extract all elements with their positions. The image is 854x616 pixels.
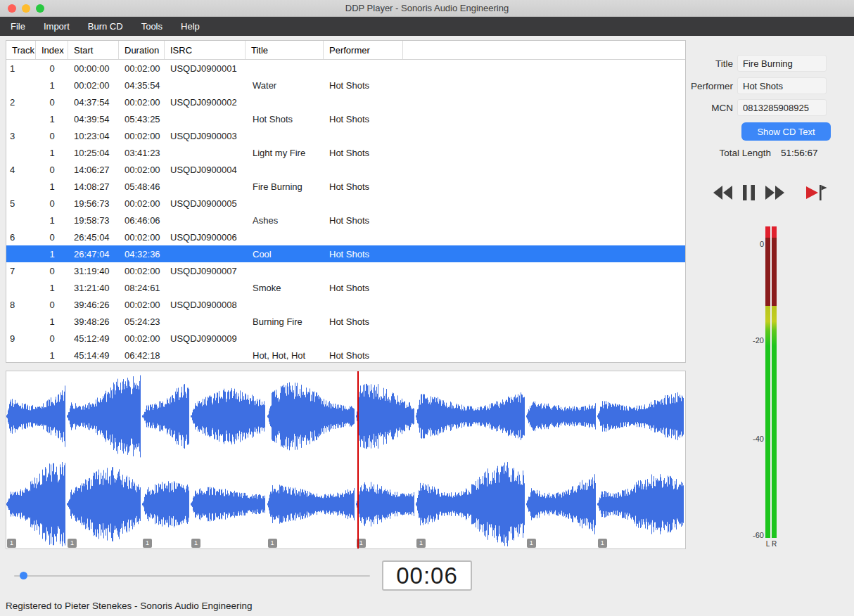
total-length-row: Total Length 51:56:67 [703, 148, 837, 158]
cell-isrc [165, 347, 246, 363]
waveform-panel[interactable]: 111111111 [6, 371, 686, 549]
table-row[interactable]: 6026:45:0400:02:00USQDJ0900006 [6, 229, 685, 245]
column-header-index[interactable]: Index [36, 41, 68, 59]
table-row[interactable]: 110:25:0403:41:23Light my FireHot Shots [6, 144, 685, 161]
menu-tools[interactable]: Tools [132, 17, 172, 36]
meter-right-label: R [772, 540, 777, 548]
waveform-segment[interactable] [416, 372, 525, 548]
cell-track: 1 [6, 60, 36, 77]
table-row[interactable]: 1000:00:0000:02:00USQDJ0900001 [6, 60, 685, 77]
column-header-isrc[interactable]: ISRC [165, 41, 246, 59]
column-header-duration[interactable]: Duration [119, 41, 165, 59]
cell-performer [324, 195, 403, 212]
table-row[interactable]: 114:08:2705:48:46Fire BurningHot Shots [6, 178, 685, 195]
track-marker: 1 [527, 539, 536, 548]
cell-index: 0 [36, 262, 68, 279]
cell-performer [324, 296, 403, 313]
waveform-segment[interactable] [67, 372, 141, 548]
total-length-label: Total Length [703, 148, 771, 158]
title-field[interactable] [737, 55, 827, 72]
table-row[interactable]: 3010:23:0400:02:00USQDJ0900003 [6, 127, 685, 144]
cell-duration: 00:02:00 [119, 94, 165, 110]
next-marker-button[interactable] [805, 184, 827, 204]
cell-track [6, 77, 36, 94]
mcn-field[interactable] [737, 99, 827, 116]
track-marker: 1 [143, 539, 152, 548]
cell-duration: 05:48:46 [119, 178, 165, 195]
cell-start: 26:45:04 [68, 229, 119, 245]
cell-performer [324, 229, 403, 245]
table-row[interactable]: 119:58:7306:46:06AshesHot Shots [6, 212, 685, 229]
waveform-segment[interactable] [142, 372, 189, 548]
column-header-start[interactable]: Start [68, 41, 119, 59]
column-header-title[interactable]: Title [246, 41, 324, 59]
close-button[interactable] [8, 4, 16, 13]
track-marker: 1 [68, 539, 77, 548]
table-row[interactable]: 2004:37:5400:02:00USQDJ0900002 [6, 94, 685, 110]
minimize-button[interactable] [22, 4, 30, 13]
cell-index: 1 [36, 178, 68, 195]
table-row[interactable]: 104:39:5405:43:25Hot ShotsHot Shots [6, 110, 685, 127]
menu-import[interactable]: Import [34, 17, 79, 36]
waveform-segment[interactable] [191, 372, 265, 548]
table-row[interactable]: 100:02:0004:35:54WaterHot Shots [6, 77, 685, 94]
level-meters: 0 -20 -40 -60 L R [744, 226, 794, 551]
seek-slider-thumb[interactable] [20, 572, 27, 579]
pause-button[interactable] [743, 185, 755, 203]
waveform-segment[interactable] [356, 372, 414, 548]
waveform-segment[interactable] [267, 372, 355, 548]
waveform-display[interactable]: 111111111 [6, 371, 685, 548]
track-table: TrackIndexStartDurationISRCTitlePerforme… [6, 40, 686, 363]
table-row[interactable]: 145:14:4906:42:18Hot, Hot, HotHot Shots [6, 347, 685, 363]
cell-start: 10:25:04 [68, 144, 119, 161]
table-row[interactable]: 139:48:2605:24:23Burning FireHot Shots [6, 313, 685, 330]
cell-start: 00:02:00 [68, 77, 119, 94]
show-cd-text-button[interactable]: Show CD Text [741, 122, 831, 141]
fast-forward-button[interactable] [765, 186, 784, 202]
column-header-track[interactable]: Track [6, 41, 36, 59]
performer-field[interactable] [737, 77, 827, 94]
performer-label: Performer [654, 81, 737, 91]
table-row[interactable]: 8039:46:2600:02:00USQDJ0900008 [6, 296, 685, 313]
cell-start: 19:58:73 [68, 212, 119, 229]
cell-isrc [165, 279, 246, 296]
cell-track: 9 [6, 330, 36, 347]
cell-performer: Hot Shots [324, 144, 403, 161]
cell-title: Hot, Hot, Hot [246, 347, 324, 363]
cell-performer: Hot Shots [324, 347, 403, 363]
table-row[interactable]: 126:47:0404:32:36CoolHot Shots [6, 245, 685, 262]
menu-help[interactable]: Help [172, 17, 209, 36]
cell-title: Smoke [246, 279, 324, 296]
cell-track [6, 178, 36, 195]
cell-title: Burning Fire [246, 313, 324, 330]
cell-index: 1 [36, 347, 68, 363]
waveform-segment[interactable] [526, 372, 596, 548]
cell-title [246, 161, 324, 178]
cell-start: 19:56:73 [68, 195, 119, 212]
rewind-button[interactable] [713, 186, 732, 202]
cell-index: 1 [36, 313, 68, 330]
menu-burn-cd[interactable]: Burn CD [79, 17, 132, 36]
column-header-performer[interactable]: Performer [324, 41, 403, 59]
waveform-segment[interactable] [6, 372, 65, 548]
waveform-segment[interactable] [597, 372, 684, 548]
cell-title [246, 94, 324, 110]
cell-isrc [165, 77, 246, 94]
table-row[interactable]: 7031:19:4000:02:00USQDJ0900007 [6, 262, 685, 279]
menu-bar: FileImportBurn CDToolsHelp [0, 17, 854, 36]
table-row[interactable]: 131:21:4008:24:61SmokeHot Shots [6, 279, 685, 296]
menu-file[interactable]: File [1, 17, 34, 36]
cell-performer: Hot Shots [324, 279, 403, 296]
title-field-row: Title [654, 55, 831, 72]
seek-slider[interactable] [14, 575, 370, 577]
table-row[interactable]: 9045:12:4900:02:00USQDJ0900009 [6, 330, 685, 347]
cell-track [6, 245, 36, 262]
cell-start: 04:37:54 [68, 94, 119, 110]
table-row[interactable]: 5019:56:7300:02:00USQDJ0900005 [6, 195, 685, 212]
table-row[interactable]: 4014:06:2700:02:00USQDJ0900004 [6, 161, 685, 178]
cell-isrc [165, 144, 246, 161]
cell-index: 1 [36, 245, 68, 262]
cell-title [246, 60, 324, 77]
cell-title [246, 330, 324, 347]
zoom-button[interactable] [36, 4, 44, 13]
